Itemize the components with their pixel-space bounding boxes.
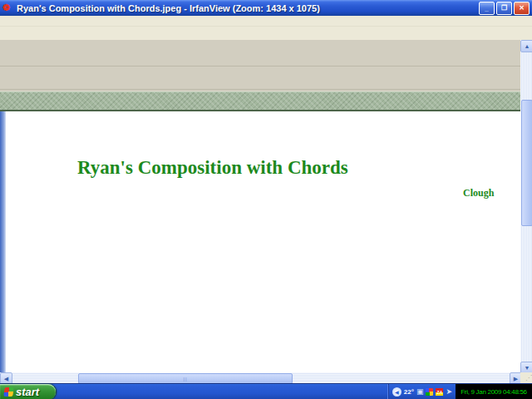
minimize-button[interactable]: _ [479,2,495,15]
start-button[interactable]: start [0,384,56,399]
app-window-icon[interactable]: ▣ [416,388,424,396]
close-button[interactable]: ✕ [514,2,530,15]
irfanview-app-icon: ❁ [2,2,13,13]
irfanview-toolbar [0,27,532,41]
cursor-icon[interactable]: ➤ [446,388,452,396]
tray-chevron-icon[interactable]: ◀ [392,387,401,397]
color-grid-icon[interactable] [426,388,433,396]
menu-bar [0,16,532,27]
resize-grip[interactable]: ⋰ [520,372,532,383]
temperature-indicator: 22° [404,388,414,396]
title-bar[interactable]: ❁ Ryan's Composition with Chords.jpeg - … [0,0,532,16]
system-tray: ◀ 22° ▣ ZA ➤ Fri, 9 Jan 2009 04:48:56 [388,384,532,399]
taskbar-clock[interactable]: Fri, 9 Jan 2009 04:48:56 [456,384,532,399]
zonealarm-icon[interactable]: ZA [436,388,443,396]
vertical-scroll-thumb[interactable] [521,100,532,226]
scroll-up-button[interactable]: ▲ [520,40,532,52]
score-page: Ryan's Composition with Chords Clough [0,111,520,372]
score-credit: Clough [463,187,494,200]
background-texture [0,91,520,111]
music-app-toolbar-row2 [0,66,520,90]
sheet-music [0,111,520,372]
horizontal-scrollbar[interactable]: ◀ || ▶ [0,372,520,383]
irfanview-window: ❁ Ryan's Composition with Chords.jpeg - … [0,0,532,399]
taskbar: start ◀ 22° ▣ ZA ➤ Fri, 9 Jan 2009 04:48… [0,383,532,399]
window-title: Ryan's Composition with Chords.jpeg - Ir… [17,3,479,13]
maximize-button[interactable]: ❐ [496,2,512,15]
image-viewport: Ryan's Composition with Chords Clough [0,40,520,372]
windows-flag-icon [3,387,14,397]
music-app-toolbar-row1 [0,40,520,66]
vertical-scrollbar[interactable]: ▲ ▼ [520,40,532,372]
score-title: Ryan's Composition with Chords [77,157,348,179]
